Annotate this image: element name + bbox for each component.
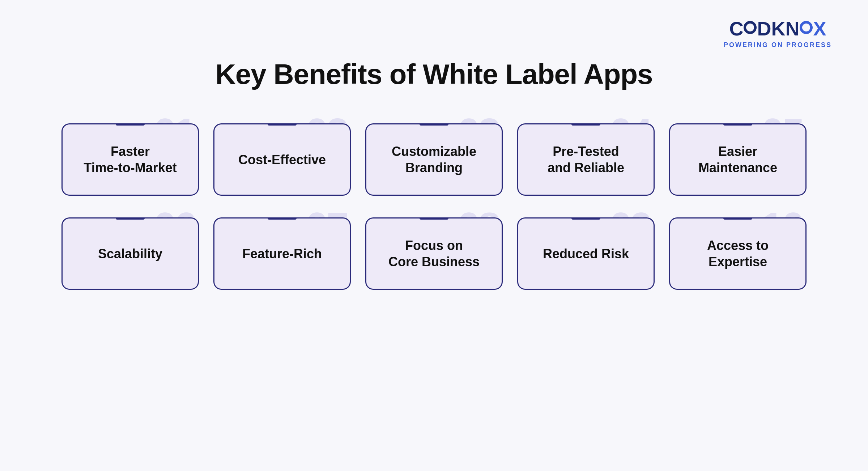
benefit-label-8: Focus onCore Business bbox=[388, 237, 480, 270]
benefit-label-10: Access toExpertise bbox=[707, 237, 769, 270]
benefit-card-9: Reduced Risk bbox=[517, 217, 655, 290]
benefits-grid: 01 FasterTime-to-Market 02 Cost-Effectiv… bbox=[40, 123, 828, 290]
benefit-card-6: Scalability bbox=[61, 217, 199, 290]
page-title: Key Benefits of White Label Apps bbox=[216, 58, 653, 91]
benefit-label-3: CustomizableBranding bbox=[392, 143, 476, 176]
logo-letter-x: X bbox=[813, 17, 826, 40]
benefit-label-4: Pre-Testedand Reliable bbox=[548, 143, 624, 176]
benefit-label-2: Cost-Effective bbox=[238, 152, 326, 168]
logo-letter-c: C bbox=[729, 17, 743, 40]
benefits-row-1: 01 FasterTime-to-Market 02 Cost-Effectiv… bbox=[40, 123, 828, 196]
card-wrapper-2: 02 Cost-Effective bbox=[213, 123, 351, 196]
logo-tagline: POWERING ON PROGRESS bbox=[724, 41, 832, 49]
card-wrapper-6: 06 Scalability bbox=[61, 217, 199, 290]
card-wrapper-3: 03 CustomizableBranding bbox=[365, 123, 503, 196]
benefit-card-4: Pre-Testedand Reliable bbox=[517, 123, 655, 196]
card-wrapper-10: 10 Access toExpertise bbox=[669, 217, 807, 290]
page-wrapper: C DKN X POWERING ON PROGRESS Key Benefit… bbox=[0, 0, 868, 471]
benefit-card-8: Focus onCore Business bbox=[365, 217, 503, 290]
card-wrapper-7: 07 Feature-Rich bbox=[213, 217, 351, 290]
benefit-card-2: Cost-Effective bbox=[213, 123, 351, 196]
card-wrapper-5: 05 EasierMaintenance bbox=[669, 123, 807, 196]
benefit-card-7: Feature-Rich bbox=[213, 217, 351, 290]
logo-brand: C DKN X bbox=[729, 17, 826, 40]
benefit-label-9: Reduced Risk bbox=[543, 246, 629, 262]
benefit-card-5: EasierMaintenance bbox=[669, 123, 807, 196]
benefit-card-10: Access toExpertise bbox=[669, 217, 807, 290]
logo-area: C DKN X POWERING ON PROGRESS bbox=[724, 17, 832, 49]
logo-ring-2 bbox=[800, 21, 813, 34]
logo-letters-dk: DKN bbox=[757, 17, 799, 40]
benefit-card-1: FasterTime-to-Market bbox=[61, 123, 199, 196]
logo-ring-1 bbox=[744, 21, 757, 34]
benefit-card-3: CustomizableBranding bbox=[365, 123, 503, 196]
benefit-label-6: Scalability bbox=[98, 246, 162, 262]
card-wrapper-1: 01 FasterTime-to-Market bbox=[61, 123, 199, 196]
benefits-row-2: 06 Scalability 07 Feature-Rich 08 Focus … bbox=[40, 217, 828, 290]
card-wrapper-4: 04 Pre-Testedand Reliable bbox=[517, 123, 655, 196]
benefit-label-1: FasterTime-to-Market bbox=[84, 143, 176, 176]
benefit-label-5: EasierMaintenance bbox=[698, 143, 777, 176]
card-wrapper-9: 09 Reduced Risk bbox=[517, 217, 655, 290]
card-wrapper-8: 08 Focus onCore Business bbox=[365, 217, 503, 290]
benefit-label-7: Feature-Rich bbox=[242, 246, 322, 262]
